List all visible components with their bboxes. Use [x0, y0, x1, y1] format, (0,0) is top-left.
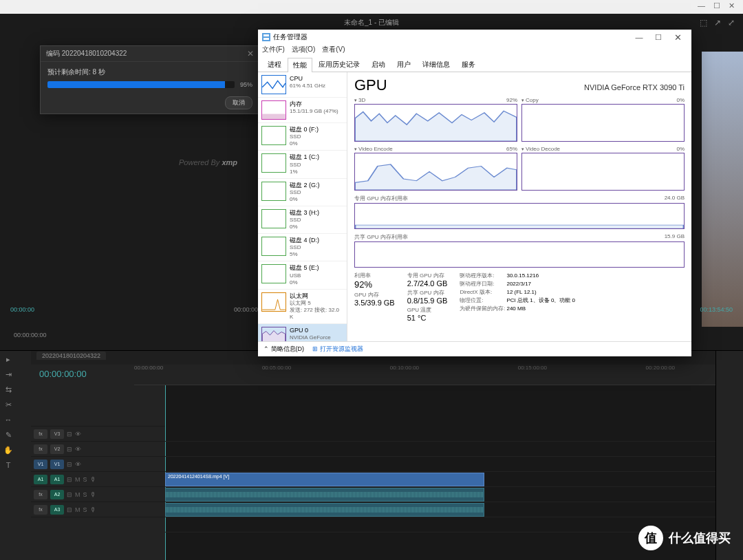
razor-tool-icon[interactable]: ✂ [3, 400, 14, 411]
tm-footer: 简略信息(D) 打开资源监视器 [258, 341, 691, 356]
sequence-tab[interactable]: 20220418010204322 [36, 352, 106, 360]
tm-fewer-details-button[interactable]: 简略信息(D) [263, 345, 304, 354]
tm-tab-users[interactable]: 用户 [391, 57, 416, 72]
tm-sidebar: CPU61% 4.51 GHz内存15.1/31.9 GB (47%)磁盘 0 … [258, 72, 347, 341]
timeline-playhead-timecode[interactable]: 00:00:00:00 [31, 365, 134, 385]
tm-close-button[interactable]: ✕ [668, 32, 687, 43]
gpu-chart-decode[interactable]: Video Decode0% [521, 146, 685, 191]
outer-window-controls: — ☐ ✕ [0, 0, 743, 14]
tm-minimize-button[interactable]: — [629, 33, 649, 41]
close-button[interactable]: ✕ [729, 1, 735, 12]
track-header-a3[interactable]: fxA3⊟MS🎙 [31, 502, 165, 517]
track-header-v3[interactable]: fxV3⊟👁 [31, 427, 165, 442]
timeline-header: 00:00:00:00 00:00:00:00 00:05:00:00 00:1… [31, 365, 715, 385]
gpu-utilization: 92% [354, 279, 395, 290]
tm-tab-details[interactable]: 详细信息 [417, 57, 455, 72]
encoding-cancel-button[interactable]: 取消 [225, 96, 252, 109]
tm-side-item-disk-4[interactable]: 磁盘 2 (G:)SSD0% [258, 179, 347, 206]
gpu-dedicated-mem: 2.7/24.0 GB [407, 279, 448, 288]
tm-menubar: 文件(F) 选项(O) 查看(V) [258, 45, 691, 57]
tm-side-item-disk-3[interactable]: 磁盘 1 (C:)SSD1% [258, 151, 347, 178]
svg-rect-2 [263, 38, 269, 40]
video-clip[interactable]: 20220414124014S8.mp4 [V] [165, 473, 484, 486]
track-header-filler [31, 385, 165, 427]
tm-side-item-disk-7[interactable]: 磁盘 5 (E:)USB0% [258, 261, 347, 289]
encoding-close-icon[interactable]: ✕ [247, 49, 254, 58]
program-dur: 00:13:54:50 [700, 306, 733, 313]
gpu-chart-3d[interactable]: 3D92% [354, 97, 517, 142]
gpu-chart-shared-mem: 共享 GPU 内存利用率15.9 GB [354, 233, 685, 268]
tm-side-item-gpu-9[interactable]: GPU 0NVIDIA GeForce RT...92% (51 °C) [258, 324, 347, 341]
minimize-button[interactable]: — [698, 1, 705, 12]
gpu-temp: 51 °C [407, 314, 448, 322]
hand-tool-icon[interactable]: ✋ [3, 446, 14, 457]
tm-tabs: 进程 性能 应用历史记录 启动 用户 详细信息 服务 [258, 57, 691, 72]
tm-title: 任务管理器 [273, 32, 629, 42]
timeline-ruler[interactable]: 00:00:00:00 00:05:00:00 00:10:00:00 00:1… [134, 365, 715, 385]
gpu-meta: 驱动程序版本:30.0.15.1216驱动程序日期:2022/3/17Direc… [460, 272, 575, 323]
tm-side-item-mem-1[interactable]: 内存15.1/31.9 GB (47%) [258, 98, 347, 123]
tm-tab-services[interactable]: 服务 [456, 57, 481, 72]
tm-detail-pane: GPU NVIDIA GeForce RTX 3090 Ti 3D92% Cop… [347, 72, 691, 341]
timeline-tracks: fxV3⊟👁 fxV2⊟👁 V1V1⊟👁 A1A1⊟MS🎙 fxA2⊟MS🎙 f… [31, 385, 715, 560]
track-header-a2[interactable]: fxA2⊟MS🎙 [31, 487, 165, 502]
gpu-chart-encode[interactable]: Video Encode65% [354, 146, 517, 191]
track-header-a1[interactable]: A1A1⊟MS🎙 [31, 472, 165, 487]
tm-tab-history[interactable]: 应用历史记录 [313, 57, 365, 72]
tm-side-item-disk-2[interactable]: 磁盘 0 (F:)SSD0% [258, 123, 347, 151]
gpu-mem: 3.5/39.9 GB [354, 299, 395, 307]
track-header-v1[interactable]: V1V1⊟👁 [31, 457, 165, 472]
encoding-progress-bar [47, 81, 235, 88]
timeline-clip-area[interactable]: 20220414124014S8.mp4 [V] [165, 385, 715, 560]
premiere-topright-icons: ⬚ ↗ ⤢ [700, 18, 735, 28]
timeline-panel: ▸ ⇥ ⇆ ✂ ↔ ✎ ✋ T 20220418010204322 00:00:… [0, 350, 743, 560]
timeline-tools: ▸ ⇥ ⇆ ✂ ↔ ✎ ✋ T [0, 351, 31, 560]
gpu-stats: 利用率 92% GPU 内存 3.5/39.9 GB 专用 GPU 内存 2.7… [354, 272, 685, 323]
track-header-v2[interactable]: fxV2⊟👁 [31, 442, 165, 457]
gpu-shared-mem: 0.8/15.9 GB [407, 297, 448, 305]
encoding-dialog: 编码 20220418010204322 ✕ 预计剩余时间: 8 秒 95% 取… [40, 45, 260, 114]
program-monitor-edge [702, 52, 743, 327]
maximize-button[interactable]: ☐ [713, 1, 720, 12]
program-tc: 00:00:00:00 [14, 332, 47, 338]
audio-clip-a2[interactable] [165, 503, 484, 517]
tm-side-item-eth-8[interactable]: 以太网以太网 5发送: 272 接收: 32.0 K [258, 290, 347, 324]
ripple-tool-icon[interactable]: ⇆ [3, 385, 14, 396]
pen-tool-icon[interactable]: ✎ [3, 431, 14, 442]
encoding-title: 编码 20220418010204322 [46, 49, 127, 58]
watermark: 值 什么值得买 [638, 526, 731, 550]
tm-side-item-cpu-0[interactable]: CPU61% 4.51 GHz [258, 72, 347, 98]
tm-side-item-disk-6[interactable]: 磁盘 4 (D:)SSD5% [258, 234, 347, 261]
task-manager-window: 任务管理器 — ☐ ✕ 文件(F) 选项(O) 查看(V) 进程 性能 应用历史… [258, 30, 691, 356]
timeline-main: 20220418010204322 00:00:00:00 00:00:00:0… [31, 351, 715, 560]
share-icon[interactable]: ↗ [714, 18, 721, 28]
tm-menu-view[interactable]: 查看(V) [322, 45, 345, 57]
watermark-badge-icon: 值 [638, 526, 663, 550]
gpu-heading: GPU [354, 76, 387, 94]
tm-side-item-disk-5[interactable]: 磁盘 3 (H:)SSD0% [258, 206, 347, 234]
svg-rect-1 [263, 34, 269, 36]
source-tc: 00:00:00 [10, 306, 34, 313]
svg-rect-3 [262, 114, 285, 119]
audio-clip-a1[interactable] [165, 488, 484, 502]
tm-titlebar[interactable]: 任务管理器 — ☐ ✕ [258, 30, 691, 45]
track-select-tool-icon[interactable]: ⇥ [3, 370, 14, 381]
gpu-model: NVIDIA GeForce RTX 3090 Ti [584, 83, 685, 91]
tm-tab-startup[interactable]: 启动 [366, 57, 391, 72]
gpu-chart-dedicated-mem: 专用 GPU 内存利用率24.0 GB [354, 195, 685, 229]
slip-tool-icon[interactable]: ↔ [3, 416, 14, 427]
tm-menu-options[interactable]: 选项(O) [292, 45, 315, 57]
selection-tool-icon[interactable]: ▸ [3, 355, 14, 366]
tm-resource-monitor-link[interactable]: 打开资源监视器 [312, 345, 363, 354]
tm-maximize-button[interactable]: ☐ [649, 33, 668, 42]
svg-rect-0 [262, 33, 270, 41]
tm-tab-processes[interactable]: 进程 [262, 57, 287, 72]
type-tool-icon[interactable]: T [3, 461, 14, 472]
layout-icon[interactable]: ⬚ [700, 18, 707, 28]
watermark-text: 什么值得买 [669, 530, 731, 546]
tm-menu-file[interactable]: 文件(F) [262, 45, 285, 57]
fullscreen-icon[interactable]: ⤢ [728, 18, 735, 28]
tm-tab-performance[interactable]: 性能 [288, 58, 312, 72]
tm-app-icon [262, 33, 270, 41]
gpu-chart-copy[interactable]: Copy0% [521, 97, 685, 142]
